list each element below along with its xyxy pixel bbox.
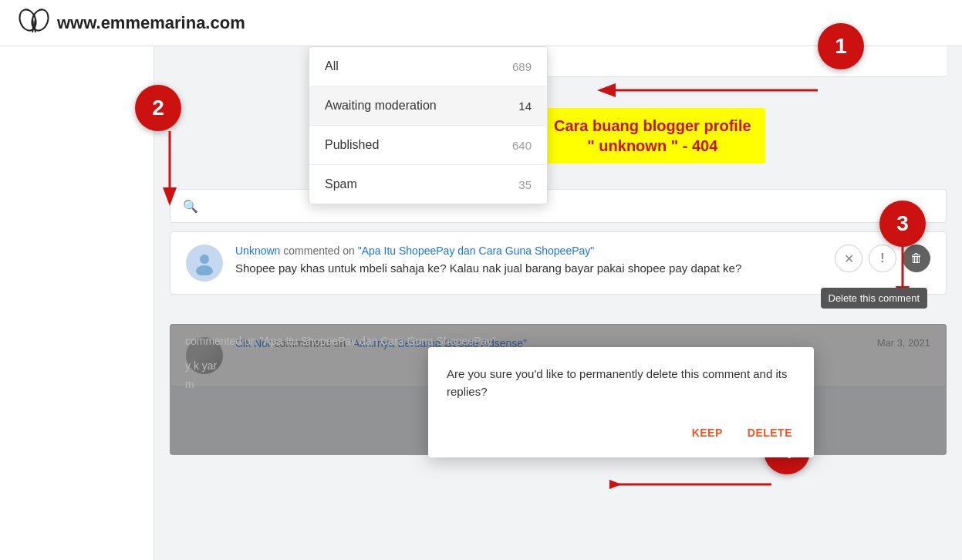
delete-tooltip: Delete this comment xyxy=(821,288,928,309)
arrow-2 xyxy=(147,131,208,208)
filter-spam-count: 35 xyxy=(518,178,532,191)
svg-point-2 xyxy=(200,255,209,264)
filter-published[interactable]: Published 640 xyxy=(309,126,547,165)
dialog-buttons: KEEP DELETE xyxy=(447,422,795,444)
dialog-text: Are you sure you'd like to permanently d… xyxy=(447,366,795,400)
filter-published-label: Published xyxy=(325,138,379,152)
arrow-4 xyxy=(609,469,779,560)
flag-button[interactable]: ! xyxy=(869,245,896,272)
header: www.emmemarina.com xyxy=(0,0,962,46)
logo: www.emmemarina.com xyxy=(15,5,245,42)
flag-icon: ! xyxy=(880,251,884,265)
badge-2: 2 xyxy=(135,85,181,131)
badge-3: 3 xyxy=(879,201,926,247)
comment-body-unknown: Unknown commented on "Apa Itu ShopeePay … xyxy=(235,245,822,275)
callout-box: Cara buang blogger profile " unknown " -… xyxy=(540,108,765,164)
sidebar xyxy=(0,46,154,560)
comment-post-unknown[interactable]: "Apa Itu ShopeePay dan Cara Guna ShopeeP… xyxy=(358,245,595,257)
comment-meta-unknown: Unknown commented on "Apa Itu ShopeePay … xyxy=(235,245,822,257)
filter-spam-label: Spam xyxy=(325,177,357,191)
filter-spam[interactable]: Spam 35 xyxy=(309,165,547,204)
comment-text-unknown: Shopee pay khas untuk mbeli sahaja ke? K… xyxy=(235,261,822,275)
filter-awaiting-label: Awaiting moderation xyxy=(325,99,437,113)
delete-confirm-button[interactable]: DELETE xyxy=(744,422,795,444)
comment-row-unknown: Unknown commented on "Apa Itu ShopeePay … xyxy=(170,231,947,295)
filter-published-count: 640 xyxy=(512,139,532,152)
logo-text: www.emmemarina.com xyxy=(57,13,245,33)
filter-dropdown: All 689 Awaiting moderation 14 Published… xyxy=(309,46,548,204)
dismiss-button[interactable]: ✕ xyxy=(835,245,862,272)
dismiss-icon: ✕ xyxy=(844,251,854,266)
person-icon xyxy=(192,251,217,275)
delete-dialog: Are you sure you'd like to permanently d… xyxy=(428,347,814,457)
arrow-1 xyxy=(447,71,825,110)
butterfly-icon xyxy=(15,5,52,42)
search-bar: 🔍 xyxy=(170,189,947,223)
comment-action-unknown: commented on xyxy=(283,245,358,257)
comment-author-unknown[interactable]: Unknown xyxy=(235,245,280,257)
avatar-unknown xyxy=(186,245,223,282)
callout-line1: Cara buang blogger profile xyxy=(554,116,751,136)
svg-point-3 xyxy=(196,265,213,275)
badge-1: 1 xyxy=(818,23,864,69)
filter-all-label: All xyxy=(325,59,339,73)
callout-line2: " unknown " - 404 xyxy=(554,136,751,156)
keep-button[interactable]: KEEP xyxy=(689,422,726,444)
